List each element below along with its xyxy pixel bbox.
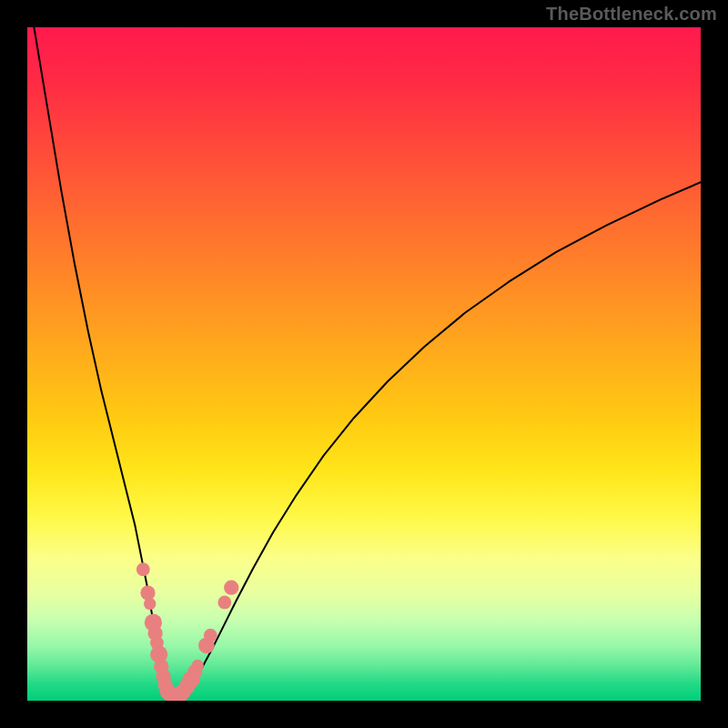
data-marker: [144, 598, 156, 610]
data-marker: [217, 596, 231, 610]
marker-group: [136, 562, 238, 701]
data-marker: [136, 562, 150, 576]
data-marker: [224, 581, 238, 595]
chart-svg: [27, 27, 701, 701]
data-marker: [204, 629, 217, 642]
watermark-text: TheBottleneck.com: [546, 4, 717, 25]
plot-area: [27, 27, 701, 701]
bottleneck-curve: [34, 27, 701, 698]
outer-frame: TheBottleneck.com: [0, 0, 728, 728]
data-marker: [192, 660, 204, 672]
